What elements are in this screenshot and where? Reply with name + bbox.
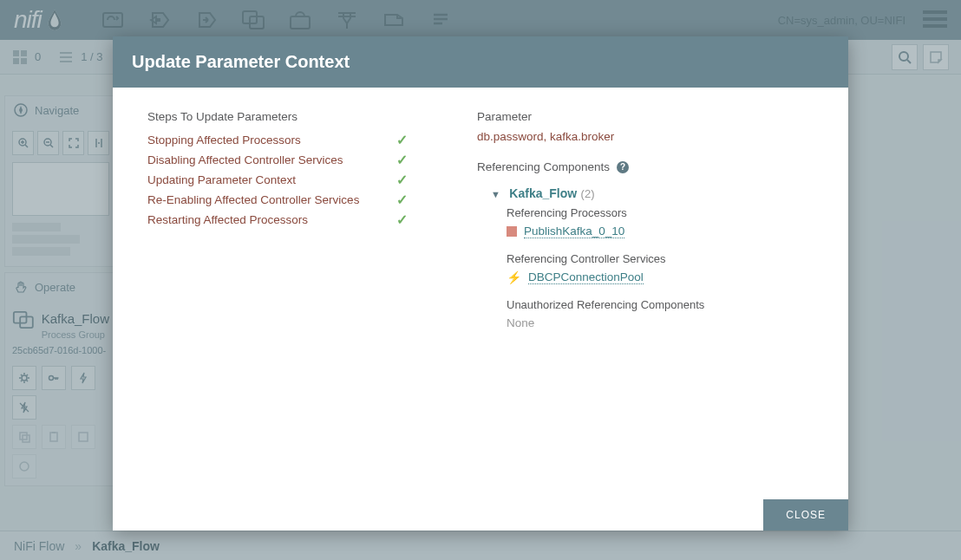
parameter-heading: Parameter — [477, 110, 814, 123]
close-button[interactable]: CLOSE — [763, 499, 848, 531]
step-label: Restarting Affected Processors — [147, 213, 308, 226]
step-row: Stopping Affected Processors ✓ — [147, 130, 408, 150]
check-icon: ✓ — [396, 212, 408, 228]
stopped-icon — [507, 226, 517, 237]
step-label: Updating Parameter Context — [147, 173, 296, 186]
parameter-value: db.password, kafka.broker — [477, 130, 814, 143]
ref-services-label: Referencing Controller Services — [507, 252, 814, 265]
dialog-title: Update Parameter Context — [113, 36, 848, 88]
help-icon[interactable]: ? — [617, 161, 629, 173]
step-row: Re-Enabling Affected Controller Services… — [147, 190, 408, 210]
step-row: Updating Parameter Context ✓ — [147, 170, 408, 190]
steps-heading: Steps To Update Parameters — [147, 110, 408, 123]
step-row: Restarting Affected Processors ✓ — [147, 210, 408, 230]
ref-processors-label: Referencing Processors — [507, 206, 814, 219]
check-icon: ✓ — [396, 192, 408, 208]
flow-count: (2) — [581, 187, 595, 200]
check-icon: ✓ — [396, 172, 408, 188]
step-label: Disabling Affected Controller Services — [147, 153, 343, 166]
service-link[interactable]: DBCPConnectionPool — [528, 270, 644, 284]
processor-link[interactable]: PublishKafka_0_10 — [524, 225, 624, 238]
caret-down-icon[interactable]: ▼ — [491, 189, 500, 199]
update-parameter-dialog: Update Parameter Context Steps To Update… — [113, 36, 848, 531]
check-icon: ✓ — [396, 152, 408, 168]
check-icon: ✓ — [396, 132, 408, 148]
step-label: Re-Enabling Affected Controller Services — [147, 193, 359, 206]
unauthorized-value: None — [507, 316, 814, 329]
unauthorized-label: Unauthorized Referencing Components — [507, 298, 814, 311]
step-label: Stopping Affected Processors — [147, 133, 301, 147]
bolt-icon: ⚡ — [507, 270, 521, 284]
referencing-heading: Referencing Components — [477, 160, 610, 173]
flow-name[interactable]: Kafka_Flow — [509, 186, 577, 200]
step-row: Disabling Affected Controller Services ✓ — [147, 150, 408, 170]
